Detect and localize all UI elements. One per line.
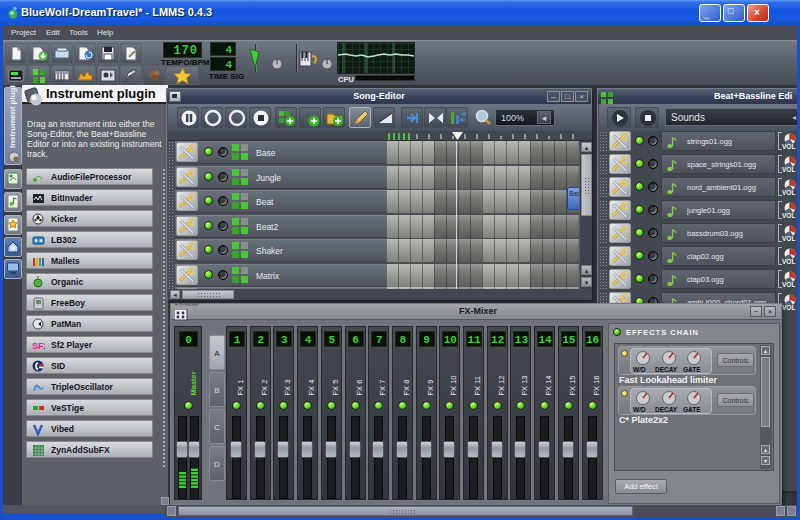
svg-text:SF2: SF2 bbox=[32, 341, 45, 351]
